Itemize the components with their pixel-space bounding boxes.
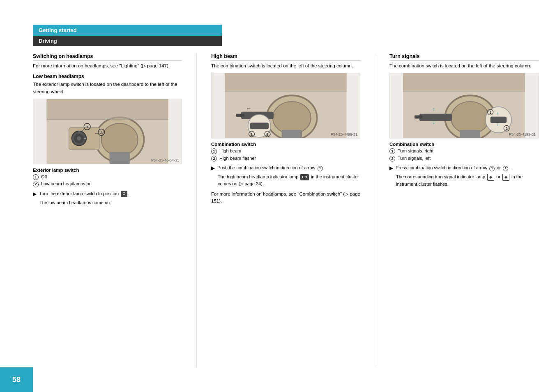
column-turn-signals: Turn signals The combination switch is l… (389, 53, 539, 367)
svg-text:1: 1 (86, 125, 88, 129)
svg-text:2: 2 (267, 132, 269, 136)
position-icon: ⊙ (121, 191, 127, 197)
diagram-label-2: P54-25-4499-31 (331, 132, 357, 136)
caption-turn: Combination switch (389, 142, 539, 147)
turn-signals-svg: ↑ ↓ ↑ ↓ 1 2 (390, 73, 538, 138)
ts-arrow-num-2: 2 (503, 166, 508, 171)
bullet-text-hb: Push the combination switch in direction… (217, 164, 325, 172)
item-1-text: Off (41, 173, 47, 181)
caption-ts-2: 2 Turn signals, left (389, 155, 539, 162)
divider-1 (196, 53, 197, 367)
bullet-arrow-2: ▶ (211, 164, 215, 172)
subsection-low-beam: Low beam headlamps (33, 74, 182, 79)
divider-2 (375, 53, 375, 367)
caption-hb-2: 2 High beam flasher (211, 155, 360, 162)
diagram-turn-signals: ↑ ↓ ↑ ↓ 1 2 P54-25-4199-31 (389, 73, 539, 138)
num-hb-1: 1 (211, 148, 217, 154)
turn-icon-2: ◈ (502, 174, 509, 181)
column-high-beam: High beam The combination switch is loca… (211, 53, 360, 367)
bullet-text-exterior: Turn the exterior lamp switch to positio… (39, 190, 129, 198)
svg-text:1: 1 (489, 111, 491, 115)
caption-exterior: Exterior lamp switch (33, 168, 182, 173)
svg-text:1: 1 (251, 132, 253, 136)
high-beam-svg: ← 1 2 (212, 73, 360, 138)
caption-list-exterior: 1 Off 2 Low beam headlamps on (33, 173, 182, 188)
diagram-high-beam: ← 1 2 P54-25-4499-31 (211, 73, 360, 138)
exterior-lamp-svg: 1 2 (33, 99, 182, 164)
num-ts-2: 2 (389, 156, 395, 161)
arrow-num-1: 1 (318, 166, 323, 171)
svg-rect-28 (250, 123, 269, 129)
ed-icon: ED (300, 174, 309, 181)
num-ts-1: 1 (389, 148, 395, 154)
main-content: Switching on headlamps For more informat… (33, 53, 539, 367)
caption-item-2: 2 Low beam headlamps on (33, 180, 182, 188)
column-headlamps: Switching on headlamps For more informat… (33, 53, 182, 367)
extra-text-hb: For more information on headlamps, see "… (211, 191, 360, 205)
section-title-switching: Switching on headlamps (33, 53, 182, 61)
diagram-label-1: P54-25-46-54-31 (151, 158, 179, 162)
body-highbeam: The combination switch is located on the… (211, 62, 360, 69)
svg-point-2 (101, 123, 138, 156)
caption-highbeam: Combination switch (211, 142, 360, 147)
num-hb-2: 2 (211, 156, 217, 161)
section-title-turn: Turn signals (389, 53, 539, 61)
svg-rect-19 (225, 73, 346, 91)
svg-text:↓: ↓ (497, 122, 499, 127)
page-badge: 58 (0, 367, 33, 392)
svg-rect-34 (403, 73, 525, 91)
sub-text-exterior: The low beam headlamps come on. (39, 199, 182, 206)
caption-hb-1: 1 High beam (211, 148, 360, 155)
num-1: 1 (33, 174, 39, 180)
body-switching: For more information on headlamps, see "… (33, 62, 182, 69)
hb-item-2: High beam flasher (219, 155, 256, 162)
svg-text:2: 2 (100, 130, 103, 135)
header-driving: Driving (33, 36, 222, 46)
bullet-highbeam: ▶ Push the combination switch in directi… (211, 164, 360, 172)
svg-text:↑: ↑ (497, 111, 499, 117)
caption-list-turn: 1 Turn signals, right 2 Turn signals, le… (389, 148, 539, 162)
diagram-exterior-lamp: 1 2 P54-25-46-54-31 (33, 99, 182, 164)
svg-rect-23 (282, 130, 302, 138)
caption-item-1: 1 Off (33, 173, 182, 181)
svg-point-22 (273, 101, 311, 134)
bullet-turn: ▶ Press combination switch in direction … (389, 164, 539, 172)
diagram-label-3: P54-25-4199-31 (509, 132, 536, 136)
item-2-text: Low beam headlamps on (41, 180, 92, 188)
section-title-highbeam: High beam (211, 53, 360, 61)
caption-ts-1: 1 Turn signals, right (389, 148, 539, 155)
ts-item-2: Turn signals, left (398, 155, 431, 162)
body-low-beam: The exterior lamp switch is located on t… (33, 81, 182, 95)
hb-item-1: High beam (219, 148, 241, 155)
svg-rect-3 (109, 152, 129, 164)
num-2: 2 (33, 182, 39, 187)
body-turn: The combination switch is located on the… (389, 62, 539, 69)
svg-text:↑: ↑ (432, 106, 435, 113)
svg-point-7 (77, 136, 81, 141)
turn-icon-1: ◈ (487, 174, 494, 181)
svg-rect-25 (236, 114, 244, 117)
ts-arrow-num-1: 1 (489, 166, 495, 171)
header-bar: Getting started Driving (33, 25, 222, 46)
ts-item-1: Turn signals, right (398, 148, 433, 155)
bullet-text-ts: Press combination switch in direction of… (396, 164, 510, 172)
header-getting-started: Getting started (33, 25, 222, 36)
svg-rect-39 (419, 114, 452, 121)
svg-point-37 (451, 101, 489, 134)
sub-text-ts: The corresponding turn signal indicator … (396, 173, 539, 187)
svg-rect-38 (460, 130, 480, 138)
bullet-exterior: ▶ Turn the exterior lamp switch to posit… (33, 190, 182, 198)
bullet-arrow-1: ▶ (33, 190, 37, 198)
bullet-arrow-3: ▶ (389, 164, 393, 172)
svg-text:2: 2 (506, 127, 508, 131)
svg-text:↓: ↓ (432, 119, 435, 126)
sub-text-hb: The high beam headlamp indicator lamp ED… (218, 173, 360, 187)
caption-list-highbeam: 1 High beam 2 High beam flasher (211, 148, 360, 162)
svg-text:←: ← (246, 105, 252, 112)
svg-rect-16 (46, 99, 168, 119)
svg-rect-40 (415, 115, 423, 119)
